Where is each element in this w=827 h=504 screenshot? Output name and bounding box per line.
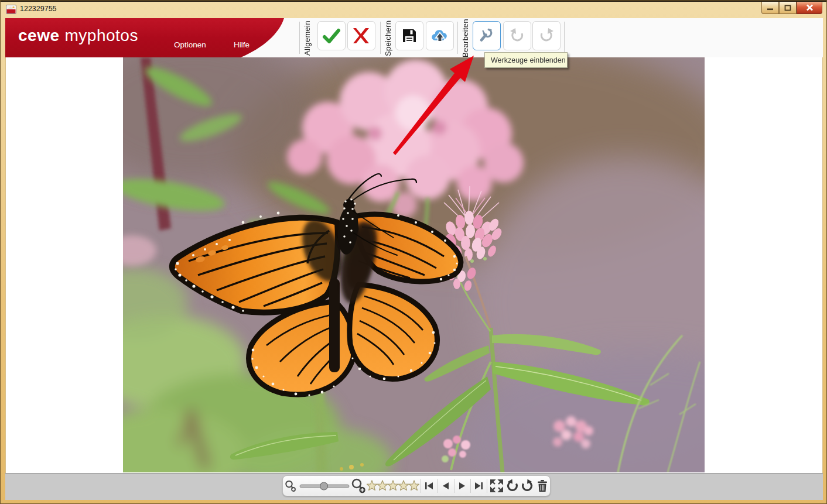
separator xyxy=(457,22,458,54)
wrench-icon xyxy=(477,26,496,45)
separator xyxy=(380,22,381,54)
last-icon xyxy=(474,482,483,490)
close-button[interactable] xyxy=(797,2,822,14)
maximize-button[interactable] xyxy=(779,2,797,14)
section-label-allgemein: Allgemein xyxy=(302,20,312,56)
cloud-upload-icon xyxy=(431,29,449,43)
rotate-left-viewer-button[interactable] xyxy=(505,476,520,495)
tooltip-text: Werkzeuge einblenden xyxy=(491,56,566,64)
restore-icon xyxy=(784,5,791,11)
previous-icon xyxy=(442,482,449,490)
rotate-left-icon xyxy=(508,27,526,44)
separator xyxy=(437,479,438,493)
title-bar: 122329755 xyxy=(1,1,826,18)
photo-canvas xyxy=(123,57,705,472)
separator xyxy=(421,479,421,493)
first-icon xyxy=(425,482,434,490)
rotate-right-viewer-button[interactable] xyxy=(520,476,534,495)
rotate-right-icon xyxy=(520,479,534,493)
app-icon xyxy=(6,5,16,14)
separator xyxy=(470,479,471,493)
zoom-slider[interactable] xyxy=(299,476,350,495)
window-title: 122329755 xyxy=(20,5,57,13)
zoom-in-button[interactable] xyxy=(350,476,367,495)
rating-stars[interactable] xyxy=(367,476,419,495)
rotate-left-icon xyxy=(505,479,520,493)
next-icon xyxy=(459,482,466,490)
zoom-out-icon xyxy=(284,479,297,492)
section-label-speichern: Speichern xyxy=(382,20,393,56)
show-tools-button[interactable] xyxy=(473,21,501,50)
zoom-slider-icon xyxy=(299,480,350,492)
rotate-right-button[interactable] xyxy=(532,21,561,50)
rotate-left-button[interactable] xyxy=(503,21,531,50)
fullscreen-button[interactable] xyxy=(488,476,505,495)
floppy-icon xyxy=(402,28,417,43)
next-image-button[interactable] xyxy=(455,476,469,495)
window-content: Allgemein Speichern xyxy=(5,18,823,500)
rotate-right-icon xyxy=(538,27,555,44)
last-image-button[interactable] xyxy=(472,476,486,495)
fullscreen-icon xyxy=(490,479,503,492)
trash-icon xyxy=(536,479,548,492)
viewer-toolbar xyxy=(282,475,551,496)
save-button[interactable] xyxy=(395,21,423,50)
separator xyxy=(299,22,300,54)
butterfly-photo xyxy=(123,57,705,472)
close-icon xyxy=(806,4,814,11)
minimize-button[interactable] xyxy=(761,2,779,14)
discard-button[interactable] xyxy=(347,21,375,50)
star-icons xyxy=(367,479,419,492)
menu-optionen[interactable]: Optionen xyxy=(174,40,206,49)
previous-image-button[interactable] xyxy=(439,476,452,495)
section-label-bearbeiten: Bearbeiten xyxy=(460,20,470,56)
tooltip: Werkzeuge einblenden xyxy=(484,52,568,68)
apply-button[interactable] xyxy=(317,21,346,50)
brand-logo: cewemyphotos xyxy=(18,26,138,45)
first-image-button[interactable] xyxy=(422,476,436,495)
brand-bold: cewe xyxy=(18,26,60,44)
separator xyxy=(564,22,565,54)
separator xyxy=(454,479,454,493)
menu-hilfe[interactable]: Hilfe xyxy=(234,40,250,49)
zoom-in-icon xyxy=(350,478,367,494)
app-window: 122329755 Allgemein xyxy=(0,0,827,504)
separator xyxy=(487,479,487,493)
upload-button[interactable] xyxy=(426,21,454,50)
delete-button[interactable] xyxy=(534,476,550,495)
brand-light: myphotos xyxy=(65,26,138,44)
x-icon xyxy=(351,26,371,45)
zoom-out-button[interactable] xyxy=(283,476,299,495)
check-icon xyxy=(321,26,342,46)
minimize-icon xyxy=(767,5,774,11)
